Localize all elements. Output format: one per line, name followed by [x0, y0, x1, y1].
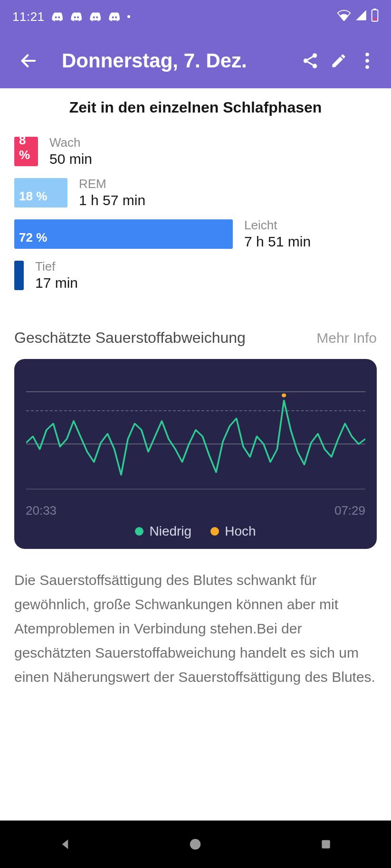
- legend-high: Hoch: [210, 524, 256, 539]
- phase-bar-wake: 8 %: [14, 137, 38, 166]
- phase-row-deep: Tief 17 min: [14, 259, 377, 291]
- svg-point-10: [282, 394, 286, 397]
- svg-point-9: [365, 65, 369, 69]
- nav-recent-button[interactable]: [316, 835, 335, 854]
- oxygen-section-title: Geschätzte Sauerstoffabweichung: [14, 329, 246, 347]
- chart-x-end: 07:29: [334, 503, 365, 518]
- phase-bar-light: 72 %: [14, 219, 233, 249]
- legend-low: Niedrig: [135, 524, 191, 539]
- phase-value: 1 h 57 min: [79, 192, 145, 208]
- share-button[interactable]: [296, 47, 324, 75]
- overflow-menu-button[interactable]: [353, 47, 381, 75]
- sleep-phases-chart: 8 % Wach 50 min 18 % REM 1 h 57 min 72 %…: [0, 135, 391, 329]
- svg-point-7: [365, 53, 369, 57]
- oxygen-line-series: [26, 372, 365, 500]
- battery-icon: [371, 9, 379, 25]
- phase-row-wake: 8 % Wach 50 min: [14, 135, 377, 167]
- chart-x-start: 20:33: [26, 503, 57, 518]
- phase-label: REM: [79, 177, 145, 191]
- legend-low-label: Niedrig: [149, 524, 191, 539]
- phase-row-light: 72 % Leicht 7 h 51 min: [14, 218, 377, 250]
- oxygen-description: Die Sauerstoffsättigung des Blutes schwa…: [0, 549, 391, 689]
- more-notifications-icon: [127, 15, 130, 18]
- phase-bar-deep: [14, 261, 24, 290]
- phase-label: Wach: [49, 135, 92, 150]
- svg-rect-1: [373, 9, 376, 10]
- legend-swatch-low: [135, 527, 143, 536]
- back-button[interactable]: [14, 47, 43, 75]
- more-info-link[interactable]: Mehr Info: [316, 330, 377, 346]
- sleep-phases-title: Zeit in den einzelnen Schlafphasen: [0, 88, 391, 135]
- nav-back-button[interactable]: [56, 835, 75, 854]
- phase-row-rem: 18 % REM 1 h 57 min: [14, 177, 377, 208]
- status-clock: 11:21: [12, 9, 45, 24]
- phase-bar-rem: 18 %: [14, 178, 67, 208]
- notification-icon: [51, 12, 64, 21]
- status-bar: 11:21: [0, 0, 391, 33]
- page-title: Donnerstag, 7. Dez.: [62, 49, 296, 72]
- svg-rect-12: [322, 840, 330, 848]
- notification-icon: [70, 12, 83, 21]
- notification-icon: [89, 12, 102, 21]
- android-nav-bar: [0, 821, 391, 868]
- nav-home-button[interactable]: [186, 835, 205, 854]
- phase-value: 7 h 51 min: [244, 234, 311, 250]
- app-bar: Donnerstag, 7. Dez.: [0, 33, 391, 88]
- wifi-icon: [337, 9, 351, 24]
- svg-point-5: [304, 58, 308, 63]
- phase-label: Leicht: [244, 218, 311, 233]
- phase-value: 50 min: [49, 151, 92, 167]
- svg-point-11: [190, 839, 201, 850]
- notification-icon: [108, 12, 121, 21]
- svg-point-6: [313, 64, 317, 68]
- legend-swatch-high: [210, 527, 219, 536]
- oxygen-chart[interactable]: 20:33 07:29 Niedrig Hoch: [14, 359, 377, 549]
- svg-point-4: [313, 53, 317, 58]
- svg-point-8: [365, 59, 369, 63]
- svg-rect-2: [373, 18, 377, 20]
- edit-button[interactable]: [324, 47, 353, 75]
- signal-icon: [355, 9, 367, 24]
- phase-value: 17 min: [35, 275, 78, 291]
- legend-high-label: Hoch: [225, 524, 256, 539]
- phase-label: Tief: [35, 259, 78, 274]
